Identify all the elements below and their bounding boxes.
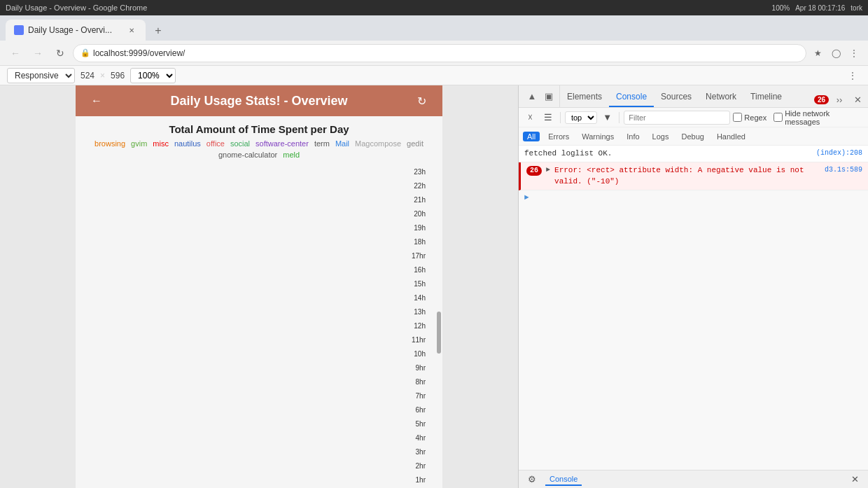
page-frame: ← Daily Usage Stats! - Overview ↻ Total … bbox=[76, 85, 442, 488]
console-toolbar: ☓ ☰ top ▼ Regex Hide network messages bbox=[519, 108, 868, 127]
y-label-6hr: 6hr bbox=[90, 403, 428, 417]
reload-button[interactable]: ↻ bbox=[50, 43, 70, 63]
tab-sources[interactable]: Sources bbox=[654, 88, 699, 107]
devtools-close-icon[interactable]: ✕ bbox=[850, 92, 865, 107]
toolbar-separator bbox=[560, 112, 561, 123]
bottom-settings-icon[interactable]: ⚙ bbox=[524, 472, 540, 487]
device-mode-icon[interactable]: ▣ bbox=[541, 89, 556, 104]
toolbar-separator2 bbox=[619, 112, 620, 123]
tab-favicon bbox=[14, 25, 24, 35]
legend-term: term bbox=[314, 139, 330, 148]
regex-checkbox[interactable]: Regex bbox=[733, 113, 766, 122]
error-expand-icon[interactable]: ► bbox=[546, 165, 550, 175]
filter-debug[interactable]: Debug bbox=[677, 132, 708, 141]
hide-network-input[interactable] bbox=[774, 113, 783, 122]
device-width: 524 bbox=[80, 71, 94, 81]
legend-office: office bbox=[206, 139, 225, 148]
y-label-8hr: 8hr bbox=[90, 375, 428, 389]
browser-tab-active[interactable]: Daily Usage - Overvi... ✕ bbox=[6, 20, 146, 41]
y-label-7hr: 7hr bbox=[90, 389, 428, 403]
prompt-arrow: ► bbox=[524, 193, 529, 202]
y-label-18h: 18h bbox=[90, 235, 428, 249]
address-bar: ← → ↻ 🔒 localhost:9999/overview/ ★ ◯ ⋮ bbox=[0, 41, 868, 66]
hide-network-checkbox[interactable]: Hide network messages bbox=[774, 109, 864, 126]
legend-gedit: gedit bbox=[407, 139, 424, 148]
tab-network[interactable]: Network bbox=[699, 88, 743, 107]
context-select[interactable]: top bbox=[565, 111, 597, 124]
console-filter-icon[interactable]: ☰ bbox=[540, 110, 555, 125]
forward-button[interactable]: → bbox=[28, 43, 48, 63]
chrome-menu-icon[interactable]: ⋮ bbox=[846, 45, 862, 62]
y-label-23h: 23h bbox=[90, 165, 428, 179]
y-label-21h: 21h bbox=[90, 193, 428, 207]
tab-close-button[interactable]: ✕ bbox=[126, 25, 137, 36]
y-label-11hr: 11hr bbox=[90, 333, 428, 347]
os-battery: 100% bbox=[772, 4, 790, 12]
bookmark-icon[interactable]: ★ bbox=[809, 45, 826, 62]
back-arrow-button[interactable]: ← bbox=[87, 91, 106, 111]
refresh-button[interactable]: ↻ bbox=[412, 91, 431, 111]
console-message-source-info[interactable]: (index):208 bbox=[816, 148, 862, 158]
console-filter-bar: All Errors Warnings Info Logs Debug Hand… bbox=[519, 127, 868, 146]
legend-social: social bbox=[230, 139, 250, 148]
os-titlebar: Daily Usage - Overview - Google Chrome 1… bbox=[0, 0, 868, 15]
new-tab-button[interactable]: + bbox=[148, 21, 168, 41]
bottom-close-icon[interactable]: ✕ bbox=[847, 472, 862, 487]
bottom-tab-console[interactable]: Console bbox=[545, 473, 582, 486]
filter-warnings[interactable]: Warnings bbox=[578, 132, 618, 141]
error-count-badge: 26 bbox=[814, 95, 829, 104]
console-message-text-info: fetched loglist OK. bbox=[524, 148, 812, 159]
filter-handled[interactable]: Handled bbox=[713, 132, 750, 141]
devtools-panel: ▲ ▣ Elements Console Sources Network Tim… bbox=[518, 85, 868, 488]
y-label-15h: 15h bbox=[90, 277, 428, 291]
legend-browsing: browsing bbox=[94, 139, 125, 148]
zoom-select[interactable]: 100% bbox=[130, 68, 176, 83]
y-label-22h: 22h bbox=[90, 179, 428, 193]
error-badge: 26 bbox=[526, 166, 542, 176]
scrollbar-thumb[interactable] bbox=[437, 312, 441, 354]
tab-console[interactable]: Console bbox=[609, 88, 654, 107]
device-select[interactable]: Responsive bbox=[7, 68, 75, 83]
console-messages: fetched loglist OK. (index):208 26 ► Err… bbox=[519, 146, 868, 470]
page-header: ← Daily Usage Stats! - Overview ↻ bbox=[76, 85, 442, 116]
legend-meld: meld bbox=[283, 151, 300, 159]
filter-logs[interactable]: Logs bbox=[648, 132, 673, 141]
main-area: ← Daily Usage Stats! - Overview ↻ Total … bbox=[0, 85, 868, 488]
y-label-12h: 12h bbox=[90, 319, 428, 333]
devtools-tabs: ▲ ▣ Elements Console Sources Network Tim… bbox=[519, 85, 868, 108]
filter-info[interactable]: Info bbox=[622, 132, 643, 141]
regex-checkbox-input[interactable] bbox=[733, 113, 742, 122]
device-height: 596 bbox=[111, 71, 125, 81]
url-lock-icon: 🔒 bbox=[80, 48, 90, 57]
y-label-14h: 14h bbox=[90, 291, 428, 305]
url-bar[interactable]: 🔒 localhost:9999/overview/ bbox=[73, 44, 806, 62]
y-label-5hr: 5hr bbox=[90, 417, 428, 431]
tab-bar: Daily Usage - Overvi... ✕ + bbox=[0, 15, 868, 41]
console-prompt-line[interactable]: ► bbox=[519, 190, 868, 204]
os-title: Daily Usage - Overview - Google Chrome bbox=[6, 4, 147, 12]
os-user: tork bbox=[850, 4, 862, 12]
device-more-icon[interactable]: ⋮ bbox=[844, 67, 861, 84]
y-label-19h: 19h bbox=[90, 221, 428, 235]
clear-console-icon[interactable]: ☓ bbox=[523, 110, 538, 125]
console-filter-input[interactable] bbox=[624, 111, 730, 125]
chart-area: 23h 22h 21h 20h 19h 18h 17hr 16h 15h 14h… bbox=[76, 162, 442, 488]
y-label-10h: 10h bbox=[90, 347, 428, 361]
inspect-element-icon[interactable]: ▲ bbox=[524, 89, 540, 104]
y-label-2hr: 2hr bbox=[90, 459, 428, 473]
console-message-source-error[interactable]: d3.1s:589 bbox=[825, 165, 862, 175]
url-text: localhost:9999/overview/ bbox=[93, 48, 799, 58]
filter-all[interactable]: All bbox=[523, 132, 540, 141]
chrome-window: Daily Usage - Overvi... ✕ + ← → ↻ 🔒 loca… bbox=[0, 15, 868, 488]
context-arrow-icon[interactable]: ▼ bbox=[600, 110, 615, 125]
tab-elements[interactable]: Elements bbox=[560, 88, 609, 107]
y-label-1hr: 1hr bbox=[90, 473, 428, 487]
tab-timeline[interactable]: Timeline bbox=[743, 88, 789, 107]
extension-icon[interactable]: ◯ bbox=[827, 45, 844, 62]
filter-errors[interactable]: Errors bbox=[544, 132, 573, 141]
chart-legend: browsing gvim misc nautilus office socia… bbox=[76, 139, 442, 162]
device-toolbar: Responsive 524 × 596 100% ⋮ bbox=[0, 66, 868, 85]
back-button[interactable]: ← bbox=[6, 43, 25, 63]
console-message-info: fetched loglist OK. (index):208 bbox=[519, 146, 868, 162]
devtools-more-icon[interactable]: ›› bbox=[832, 92, 847, 107]
